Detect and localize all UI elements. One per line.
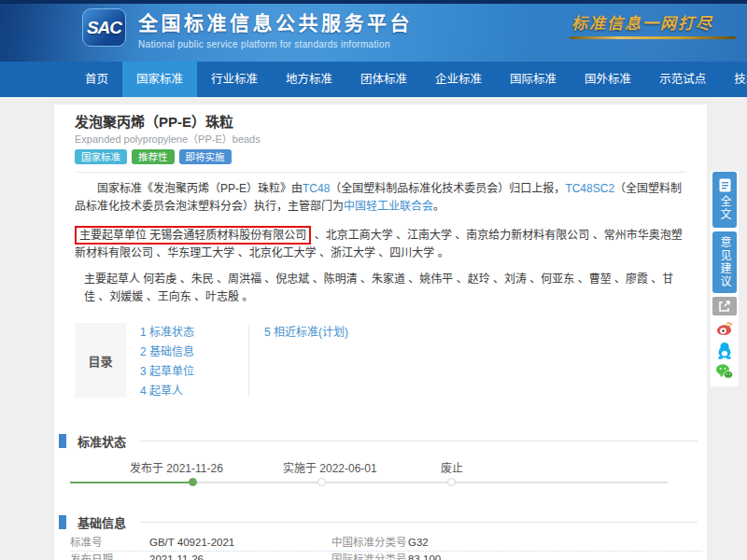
section-marker <box>59 434 66 448</box>
timeline-label-abolished: 废止 <box>441 459 463 475</box>
nav-item-pilot-programs[interactable]: 示范试点 <box>645 62 720 97</box>
share-icon <box>718 300 731 313</box>
share-button[interactable] <box>712 297 737 315</box>
toc-column-divider <box>248 325 249 396</box>
intro-paragraph: 国家标准《发泡聚丙烯（PP-E）珠粒》由TC48（全国塑料制品标准化技术委员会）… <box>75 180 684 216</box>
intro-text: 。 <box>433 200 444 213</box>
page-title-en: Expanded polypropylene（PP-E）beads <box>75 133 707 145</box>
row-label: 发布日期 <box>70 552 149 560</box>
nav-item-home[interactable]: 首页 <box>71 62 122 97</box>
nav-item-enterprise-standards[interactable]: 企业标准 <box>421 62 496 97</box>
sac-logo[interactable]: SAC <box>82 8 126 47</box>
nav-item-industry-standards[interactable]: 行业标准 <box>197 62 272 97</box>
header-motto: 标准信息一网打尽 <box>558 10 726 34</box>
sac-logo-text: SAC <box>87 18 121 38</box>
title-divider <box>75 172 686 173</box>
row-label: 中国标准分类号 <box>331 535 408 551</box>
site-title-block: 全国标准信息公共服务平台 National public service pla… <box>138 7 413 49</box>
nav-item-international-standards[interactable]: 国际标准 <box>496 62 571 97</box>
publish-date-value: 2021-11-26 <box>149 552 331 560</box>
drafting-units-paragraph: 主要起草单位 无锡会通轻质材料股份有限公司 、北京工商大学 、江南大学 、南京给… <box>75 227 684 262</box>
feedback-button[interactable]: 意见建议 <box>712 231 737 293</box>
status-timeline: 发布于 2021-11-26 实施于 2022-06-01 废止 <box>70 457 688 497</box>
toc-column-2: 5 相近标准(计划) <box>264 323 432 398</box>
feedback-label: 意见建议 <box>718 236 731 288</box>
fulltext-label: 全文 <box>718 195 731 221</box>
timeline-label-published: 发布于 2021-11-26 <box>130 459 223 475</box>
badge-upcoming: 即将实施 <box>179 149 232 164</box>
toc-link-drafting-units[interactable]: 3 起草单位 <box>140 362 248 382</box>
site-title: 全国标准信息公共服务平台 <box>138 7 413 35</box>
timeline-track-done <box>70 482 192 483</box>
toc-link-status[interactable]: 1 标准状态 <box>140 323 248 343</box>
motto-underline <box>570 36 736 39</box>
ministry-link[interactable]: 中国轻工业联合会 <box>344 200 433 213</box>
tc48sc2-link[interactable]: TC48SC2 <box>565 182 614 195</box>
row-label: 国际标准分类号 <box>331 552 408 560</box>
info-section-title: 基础信息 <box>78 513 126 531</box>
section-rule <box>140 522 698 523</box>
badges-row: 国家标准 推荐性 即将实施 <box>75 149 707 164</box>
basic-info-table: 标准号 GB/T 40921-2021 中国标准分类号 G32 发布日期 202… <box>70 535 702 560</box>
timeline-dot-implemented <box>317 478 326 486</box>
section-rule <box>140 441 698 441</box>
nav-item-group-standards[interactable]: 团体标准 <box>346 62 421 97</box>
table-row: 标准号 GB/T 40921-2021 中国标准分类号 G32 <box>70 535 702 552</box>
toc-link-similar-standards[interactable]: 5 相近标准(计划) <box>264 323 432 343</box>
wechat-icon[interactable] <box>715 362 734 381</box>
nav-item-foreign-standards[interactable]: 国外标准 <box>571 62 645 97</box>
info-section-header: 基础信息 <box>59 514 698 529</box>
nav-item-national-standards[interactable]: 国家标准 <box>122 62 197 97</box>
toc-column-1: 1 标准状态 2 基础信息 3 起草单位 4 起草人 <box>140 323 248 398</box>
table-of-contents: 目录 1 标准状态 2 基础信息 3 起草单位 4 起草人 5 相近标准(计划) <box>75 323 707 398</box>
document-icon <box>719 178 731 192</box>
row-label: 标准号 <box>70 535 149 551</box>
side-toolbar: 全文 意见建议 <box>711 171 739 386</box>
toc-link-basic-info[interactable]: 2 基础信息 <box>140 343 248 362</box>
standard-number-value: GB/T 40921-2021 <box>149 535 331 551</box>
badge-recommended: 推荐性 <box>132 149 175 164</box>
timeline-dot-published <box>189 478 197 486</box>
section-marker <box>59 515 66 529</box>
toc-title: 目录 <box>75 323 126 398</box>
nav-item-local-standards[interactable]: 地方标准 <box>272 62 346 97</box>
timeline-label-implemented: 实施于 2022-06-01 <box>283 459 377 475</box>
ics-code-value: 83.100 <box>408 552 702 560</box>
intro-text: 国家标准《发泡聚丙烯（PP-E）珠粒》由 <box>97 182 303 195</box>
fulltext-button[interactable]: 全文 <box>712 172 737 228</box>
annotation-red-box: 主要起草单位 无锡会通轻质材料股份有限公司 <box>75 226 311 245</box>
status-section-title: 标准状态 <box>78 432 126 450</box>
site-header: SAC 全国标准信息公共服务平台 National public service… <box>0 0 747 62</box>
tc48-link[interactable]: TC48 <box>303 182 330 195</box>
ccs-code-value: G32 <box>408 535 702 551</box>
timeline-dot-abolished <box>447 478 456 486</box>
drafters-paragraph: 主要起草人 何若虔 、朱民 、周洪福 、倪忠斌 、陈明清 、朱家道 、姚伟平 、… <box>75 271 684 306</box>
description-block: 国家标准《发泡聚丙烯（PP-E）珠粒》由TC48（全国塑料制品标准化技术委员会）… <box>75 180 684 306</box>
main-nav: 首页 国家标准 行业标准 地方标准 团体标准 企业标准 国际标准 国外标准 示范… <box>0 62 747 97</box>
qq-icon[interactable] <box>715 341 734 359</box>
site-subtitle: National public service platform for sta… <box>138 39 413 49</box>
badge-national-standard: 国家标准 <box>75 149 127 164</box>
intro-text: （全国塑料制品标准化技术委员会）归口上报， <box>330 182 565 195</box>
nav-item-technical-committees[interactable]: 技术委员会 <box>720 62 747 97</box>
toc-link-drafters[interactable]: 4 起草人 <box>140 382 248 401</box>
content-card: 发泡聚丙烯（PP-E）珠粒 Expanded polypropylene（PP-… <box>54 105 707 560</box>
page-title: 发泡聚丙烯（PP-E）珠粒 <box>75 114 707 131</box>
weibo-icon[interactable] <box>715 319 734 338</box>
status-section-header: 标准状态 <box>59 433 698 448</box>
table-row: 发布日期 2021-11-26 国际标准分类号 83.100 <box>70 552 702 560</box>
